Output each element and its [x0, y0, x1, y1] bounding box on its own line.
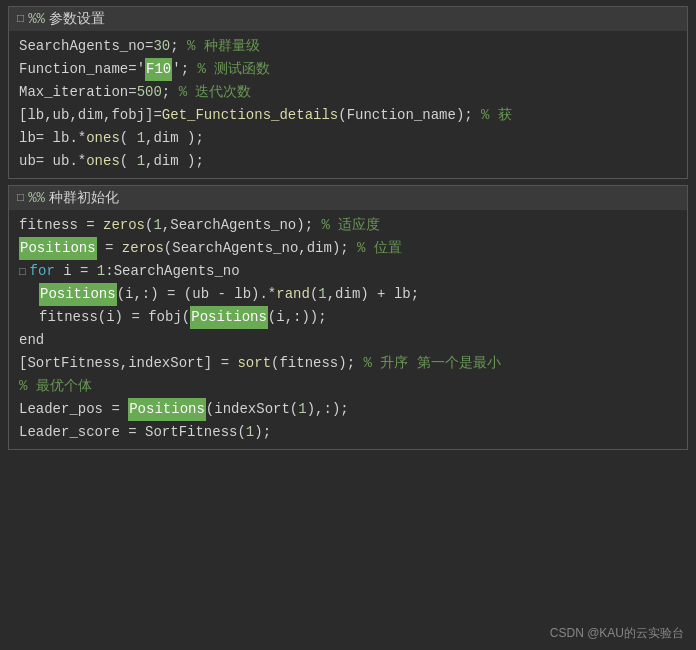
line-max-iteration: Max_iteration=500; % 迭代次数: [19, 81, 677, 104]
section-init-title: 种群初始化: [49, 189, 119, 207]
highlight-positions-4: Positions: [128, 398, 206, 421]
section-init: □ %% 种群初始化 fitness = zeros(1,SearchAgent…: [8, 185, 688, 450]
line-comment-best: % 最优个体: [19, 375, 677, 398]
watermark: CSDN @KAU的云实验台: [550, 625, 684, 642]
section-params-header[interactable]: □ %% 参数设置: [9, 7, 687, 31]
highlight-positions-2: Positions: [39, 283, 117, 306]
line-positions-assign: Positions(i,:) = (ub - lb).*rand(1,dim) …: [19, 283, 677, 306]
highlight-positions-3: Positions: [190, 306, 268, 329]
line-sort-fitness: [SortFitness,indexSort] = sort(fitness);…: [19, 352, 677, 375]
section-init-header[interactable]: □ %% 种群初始化: [9, 186, 687, 210]
line-leader-pos: Leader_pos = Positions(indexSort(1),:);: [19, 398, 677, 421]
line-function-name: Function_name='F10'; % 测试函数: [19, 58, 677, 81]
highlight-positions-1: Positions: [19, 237, 97, 260]
fold-icon-init[interactable]: □: [17, 191, 24, 205]
fold-icon-params[interactable]: □: [17, 12, 24, 26]
section-params: □ %% 参数设置 SearchAgents_no=30; % 种群量级 Fun…: [8, 6, 688, 179]
pct-sign-2: %%: [28, 190, 45, 206]
section-params-body: SearchAgents_no=30; % 种群量级 Function_name…: [9, 31, 687, 178]
section-init-body: fitness = zeros(1,SearchAgents_no); % 适应…: [9, 210, 687, 449]
leader-score-label: Leader_score: [19, 421, 120, 444]
line-lb-ones: lb= lb.*ones( 1,dim );: [19, 127, 677, 150]
line-get-functions: [lb,ub,dim,fobj]=Get_Functions_details(F…: [19, 104, 677, 127]
fold-icon-for[interactable]: □: [19, 263, 26, 281]
line-ub-ones: ub= ub.*ones( 1,dim );: [19, 150, 677, 173]
line-end: end: [19, 329, 677, 352]
highlight-f10: F10: [145, 58, 172, 81]
line-leader-score: Leader_score = SortFitness(1);: [19, 421, 677, 444]
code-editor: □ %% 参数设置 SearchAgents_no=30; % 种群量级 Fun…: [0, 0, 696, 650]
line-fitness-assign: fitness(i) = fobj(Positions(i,:));: [19, 306, 677, 329]
line-fitness-zeros: fitness = zeros(1,SearchAgents_no); % 适应…: [19, 214, 677, 237]
line-for-start: □for i = 1:SearchAgents_no: [19, 260, 677, 283]
pct-sign-1: %%: [28, 11, 45, 27]
section-params-title: 参数设置: [49, 10, 105, 28]
line-search-agents: SearchAgents_no=30; % 种群量级: [19, 35, 677, 58]
line-positions-zeros: Positions = zeros(SearchAgents_no,dim); …: [19, 237, 677, 260]
